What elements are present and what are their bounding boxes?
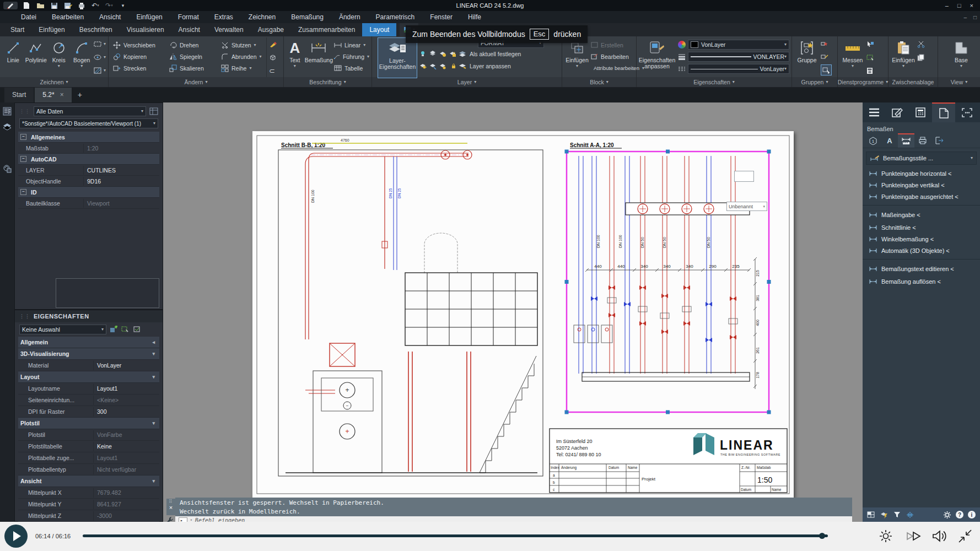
fillet-button[interactable]: Abrunden▾ — [221, 51, 263, 62]
ungroup-button[interactable] — [821, 39, 832, 49]
property-row[interactable]: − ObjectHandle ObjectHandle 9D16 — [18, 176, 159, 187]
object-color-combo[interactable]: VonLayer▾ — [688, 40, 789, 50]
group-label-zwischenablage[interactable]: Zwischenablage — [889, 77, 938, 87]
circle-button[interactable]: Kreis▾ — [48, 37, 70, 77]
layer-on-icon[interactable] — [418, 62, 427, 70]
doc-restore-button[interactable]: □ — [973, 14, 977, 20]
export-tool-tab[interactable] — [931, 133, 947, 148]
layer-unisolate-icon[interactable] — [448, 62, 457, 70]
calculator-button[interactable] — [866, 66, 874, 75]
menu-item[interactable]: Datei — [13, 13, 44, 21]
info-icon[interactable]: i — [968, 511, 976, 518]
select-region-button[interactable] — [866, 52, 874, 62]
ribbon-tab[interactable]: Einfügen — [31, 23, 72, 36]
overlap-button[interactable]: ⊂ — [269, 66, 277, 75]
property-row[interactable]: Plotstil▾ Plotstil — [18, 418, 159, 429]
minimize-button[interactable]: – — [945, 2, 949, 9]
trim-button[interactable]: Stutzen▾ — [221, 39, 263, 51]
selection-combo[interactable]: Keine Auswahl▾ — [19, 325, 106, 334]
playback-speed-icon[interactable] — [905, 528, 924, 544]
doc-minimize-button[interactable]: – — [964, 14, 967, 20]
create-block-button[interactable]: Erstellen — [591, 39, 634, 51]
layer-freeze-icon[interactable] — [428, 50, 437, 58]
property-row[interactable]: Plottabelle zuge... Plottabelle zuge... … — [18, 452, 159, 464]
menu-item[interactable]: Ändern — [331, 13, 368, 21]
close-button[interactable]: × — [970, 2, 973, 9]
layer-adjust-label[interactable]: Layer anpassen — [470, 63, 511, 69]
property-row[interactable]: − LAYER LAYER CUTLINES — [18, 165, 159, 176]
layers-palette-icon[interactable] — [2, 121, 13, 132]
group-edit-button[interactable] — [821, 52, 832, 62]
property-row[interactable]: − ID ID — [18, 187, 159, 198]
toolbar-options-icon[interactable]: ▾ — [118, 2, 128, 9]
dimension-tool-item[interactable]: Punkteingabe horizontal < — [863, 168, 980, 179]
group-label-dienstprogramme[interactable]: Dienstprogramme▾ — [838, 77, 888, 87]
layer-current-icon[interactable] — [458, 50, 467, 58]
rotate-button[interactable]: Drehen — [169, 39, 218, 51]
property-row[interactable]: 3D-Visualisierung▾ 3D-Visualisierung — [18, 348, 159, 360]
ribbon-tab[interactable]: Ausgabe — [251, 23, 291, 36]
scale-button[interactable]: Skalieren — [169, 62, 218, 74]
palette-grip[interactable]: ⋮⋮ — [19, 109, 30, 114]
doc-tab-start[interactable]: Start — [4, 87, 34, 102]
unnamed-field[interactable]: Unbenannt▾ — [726, 202, 767, 211]
property-row[interactable]: Mittelpunkt X Mittelpunkt X 7679.482 — [18, 487, 159, 499]
play-button[interactable] — [4, 525, 28, 548]
property-row[interactable]: − AutoCAD AutoCAD — [18, 154, 159, 165]
group-label-beschriftung[interactable]: Beschriftung▾ — [284, 77, 371, 87]
quick-select-button[interactable] — [866, 39, 874, 49]
group-label-eigenschaften[interactable]: Eigenschaften▾ — [637, 77, 791, 87]
measure-button[interactable]: Messen▾ — [840, 37, 865, 77]
group-label-layer[interactable]: Layer▾ — [372, 77, 562, 87]
toggle-pickadd-icon[interactable] — [110, 326, 118, 333]
explode-button[interactable] — [269, 52, 277, 62]
group-label-block[interactable]: Block▾ — [562, 77, 636, 87]
property-row[interactable]: Material Material VonLayer — [18, 360, 159, 371]
mirror-button[interactable]: Spiegeln — [169, 51, 218, 62]
property-row[interactable]: Plotstil Plotstil VonFarbe — [18, 429, 159, 441]
ribbon-tab[interactable]: Ansicht — [171, 23, 207, 36]
maximize-button[interactable]: □ — [957, 2, 961, 9]
dimension-styles-dropdown[interactable]: Bemaßungsstile ...▾ — [866, 152, 977, 165]
base-button[interactable]: Base▾ — [947, 37, 975, 77]
print-tool-tab[interactable] — [914, 133, 931, 148]
dimension-tool-item[interactable]: Bemaßung auflösen < — [863, 276, 980, 287]
menu-item[interactable]: Bemaßung — [283, 13, 331, 21]
select-all-icon[interactable] — [133, 326, 141, 333]
command-history[interactable]: Ansichtsfenster ist gesperrt. Wechselt i… — [175, 498, 852, 516]
open-folder-icon[interactable] — [35, 2, 45, 9]
menu-item[interactable]: Einfügen — [128, 13, 170, 21]
ribbon-tab[interactable]: Start — [3, 23, 31, 36]
property-row[interactable]: Plottabellentyp Plottabellentyp Nicht ve… — [18, 464, 159, 476]
dimension-button[interactable]: Bemaßung — [305, 37, 333, 77]
dimension-tool-item[interactable]: Punkteingabe ausgerichtet < — [863, 191, 980, 202]
position-number-tab[interactable]: 1 — [865, 133, 881, 148]
match-properties-button[interactable]: Eigenschaften anpassen — [639, 37, 675, 77]
copy-clip-button[interactable] — [917, 52, 925, 62]
selection-tab[interactable] — [955, 102, 978, 122]
data-filter-combo[interactable]: Alle Daten▾ — [34, 106, 146, 116]
dimension-tool-item[interactable]: Winkelbemaßung < — [863, 233, 980, 245]
arc-button[interactable]: Bogen▾ — [71, 37, 93, 77]
property-row[interactable]: Plotstiltabelle Plotstiltabelle Keine — [18, 441, 159, 452]
menu-tab[interactable] — [863, 102, 886, 122]
viewport-grid-icon[interactable] — [867, 511, 875, 518]
dimension-tool-item[interactable]: Punkteingabe vertikal < — [863, 179, 980, 191]
group-label-aendern[interactable]: Ändern▾ — [109, 77, 283, 87]
doc-tab-drawing[interactable]: 5.2* × — [35, 87, 71, 102]
save-as-icon[interactable] — [63, 2, 73, 9]
progress-knob[interactable] — [819, 533, 825, 539]
property-row[interactable]: Allgemein◂ Allgemein — [18, 337, 159, 348]
menu-item[interactable]: Zeichnen — [241, 13, 283, 21]
dimension-tool-item[interactable]: Automatik (3D Objekte) < — [863, 245, 980, 256]
ribbon-tab[interactable]: Verwalten — [207, 23, 251, 36]
menu-item[interactable]: Fenster — [422, 13, 460, 21]
layer-unlock-icon[interactable] — [438, 62, 447, 70]
property-row[interactable]: DPI für Raster DPI für Raster 300 — [18, 406, 159, 418]
group-label-zeichnen[interactable]: Zeichnen▾ — [0, 77, 108, 87]
lineweight-combo[interactable]: VONLAYER▾ — [688, 52, 789, 62]
layer-lock-icon[interactable] — [448, 50, 457, 58]
linear-dim-button[interactable]: Linear▾ — [334, 39, 369, 51]
menu-item[interactable]: Format — [170, 13, 207, 21]
group-label-view[interactable]: View▾ — [938, 77, 980, 87]
